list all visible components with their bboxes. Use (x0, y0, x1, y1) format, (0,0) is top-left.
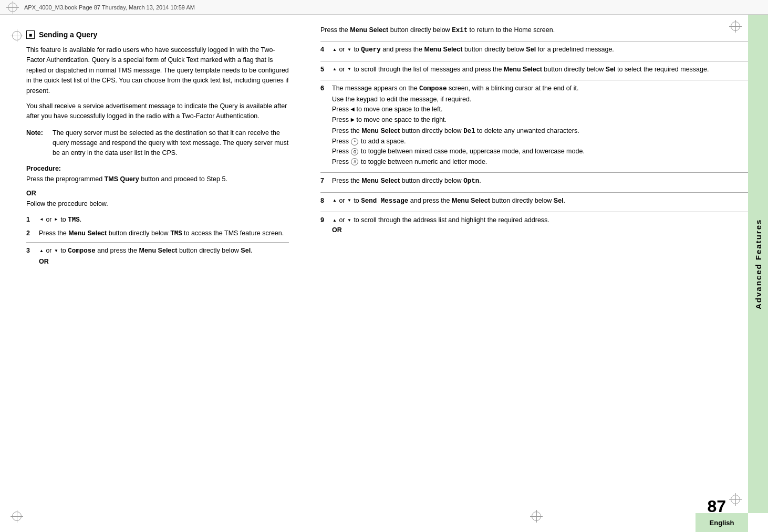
arrow-up-icon: ▲ (39, 249, 44, 253)
crosshair-circle (8, 3, 17, 12)
step-5-content: ▲ or ▼ to scroll through the list of mes… (332, 65, 757, 75)
page-container: APX_4000_M3.book Page 87 Thursday, March… (0, 0, 768, 532)
step5-arrow-down: ▼ (347, 67, 351, 71)
follow-text: Follow the procedure below. (26, 199, 289, 209)
step8-arrow-up: ▲ (333, 199, 337, 203)
section-icon: ■ (26, 30, 35, 39)
step5-arrow-up: ▲ (333, 67, 337, 71)
step-8-content: ▲ or ▼ to Send Message and press the Men… (332, 196, 757, 206)
step-9-num: 9 (320, 215, 328, 236)
or-3: OR (332, 226, 342, 234)
divider-5 (320, 80, 757, 80)
right-column: Press the Menu Select button directly be… (305, 15, 768, 532)
step-7-content: Press the Menu Select button directly be… (332, 176, 757, 186)
step-3-num: 3 (26, 246, 35, 267)
step4-arrow-down: ▼ (347, 48, 351, 52)
crosshair-bottom-center (530, 510, 543, 523)
bottom-tab: English (696, 513, 748, 532)
arrow-left-icon: ◄ (39, 217, 44, 222)
divider-7 (320, 192, 757, 193)
step4-arrow-up: ▲ (333, 48, 337, 52)
crosshair-left-content (11, 29, 23, 42)
step-4: 4 ▲ or ▼ to Query and press the Menu Sel… (320, 45, 757, 58)
section-title: ■ Sending a Query (26, 30, 289, 39)
step-9: 9 ▲ or ▼ to scroll through the address l… (320, 215, 757, 239)
step-8: 8 ▲ or ▼ to Send Message and press the M… (320, 196, 757, 210)
topbar-text: APX_4000_M3.book Page 87 Thursday, March… (24, 4, 195, 11)
divider-4 (320, 61, 757, 61)
step8-arrow-down: ▼ (347, 199, 351, 203)
procedure-text: Press the preprogrammed TMS Query button… (26, 174, 289, 184)
step-4-num: 4 (320, 45, 328, 55)
step-1-content: ◄ or ► to TMS. (39, 215, 289, 225)
crosshair-top-left-wrapper (6, 1, 19, 14)
zero-key-icon: 0 (351, 148, 358, 155)
step-1-num: 1 (26, 215, 35, 225)
step-5: 5 ▲ or ▼ to scroll through the list of m… (320, 65, 757, 78)
step-4-content: ▲ or ▼ to Query and press the Menu Selec… (332, 45, 757, 55)
or-1: OR (26, 190, 289, 197)
arrow-down-icon: ▼ (54, 249, 58, 253)
crosshair-top-right (729, 20, 742, 33)
step-3: 3 ▲ or ▼ to Compose and press the Menu S… (26, 246, 289, 267)
step-6-content: The message appears on the Compose scree… (332, 84, 757, 167)
step-8-num: 8 (320, 196, 328, 206)
intro-para1: This feature is available for radio user… (26, 45, 289, 96)
divider-top (320, 41, 757, 41)
step-2-num: 2 (26, 228, 35, 239)
divider-6 (320, 172, 757, 173)
section-title-text: Sending a Query (39, 30, 97, 39)
side-tab: Advanced Features (748, 15, 768, 513)
arrow-right-icon: ► (54, 217, 58, 222)
note-label: Note: (26, 128, 46, 159)
step-3-content: ▲ or ▼ to Compose and press the Menu Sel… (39, 246, 289, 267)
divider-2 (26, 242, 289, 243)
top-bar: APX_4000_M3.book Page 87 Thursday, March… (0, 0, 768, 15)
or-2: OR (39, 258, 49, 265)
step-1: 1 ◄ or ► to TMS. (26, 215, 289, 225)
star-key-icon: * (351, 138, 358, 145)
step-6: 6 The message appears on the Compose scr… (320, 84, 757, 170)
step-9-content: ▲ or ▼ to scroll through the address lis… (332, 215, 757, 236)
hash-key-icon: # (351, 158, 358, 165)
crosshair-bottom-left (11, 510, 23, 523)
left-column: ■ Sending a Query This feature is availa… (0, 15, 305, 532)
step-2-content: Press the Menu Select button directly be… (39, 228, 289, 239)
procedure-label: Procedure: (26, 165, 289, 172)
step-7: 7 Press the Menu Select button directly … (320, 176, 757, 190)
step-7-num: 7 (320, 176, 328, 186)
step-6-num: 6 (320, 84, 328, 167)
step-5-num: 5 (320, 65, 328, 75)
divider-8 (320, 212, 757, 212)
intro-para2: You shall receive a service advertisemen… (26, 101, 289, 122)
step-2: 2 Press the Menu Select button directly … (26, 228, 289, 239)
note-block: Note: The query server must be selected … (26, 128, 289, 159)
top-text: Press the Menu Select button directly be… (320, 25, 757, 36)
note-text: The query server must be selected as the… (53, 128, 289, 159)
step9-arrow-down: ▼ (347, 218, 351, 223)
main-content: ■ Sending a Query This feature is availa… (0, 15, 768, 532)
crosshair-bottom-right (729, 493, 742, 506)
step9-arrow-up: ▲ (333, 218, 337, 223)
